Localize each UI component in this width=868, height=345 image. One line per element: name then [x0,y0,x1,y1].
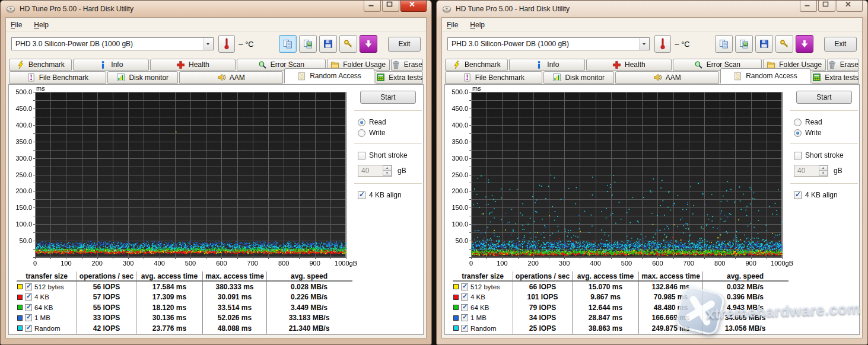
avg-access-cell: 12.644 ms [573,302,639,313]
spin-down-icon[interactable]: ▼ [383,171,392,176]
extra-tests-icon [812,73,821,82]
keys-button[interactable] [775,35,793,53]
ops-cell: 57 IOPS [77,292,136,303]
max-access-cell: 249.875 ms [639,323,703,334]
exit-button[interactable]: Exit [824,37,857,52]
series-checkbox[interactable] [461,325,468,332]
tab-aam[interactable]: AAM [179,71,283,84]
drive-select[interactable]: PHD 3.0 Silicon-Power DB (1000 gB) [11,37,214,50]
series-checkbox[interactable] [25,283,32,290]
temperature-button[interactable] [654,35,672,53]
transfer-size-label: 512 bytes [34,283,64,290]
maximize-button[interactable] [818,1,835,12]
separator [354,143,422,145]
tab-random-access[interactable]: Random Access [720,68,811,84]
temperature-button[interactable] [218,35,236,53]
menu-item-help[interactable]: Help [470,21,485,29]
save-button[interactable] [755,35,773,53]
start-button[interactable]: Start [796,91,852,104]
avg-speed-cell: 21.340 MB/s [267,323,351,334]
minimize-button[interactable] [364,1,381,12]
copy-button[interactable] [715,35,733,53]
tab-file-benchmark[interactable]: File Benchmark [9,71,106,84]
close-button[interactable] [837,1,863,12]
titlebar[interactable]: HD Tune Pro 5.00 - Hard Disk Utility [1,1,431,17]
spin-down-icon[interactable]: ▼ [819,171,828,176]
spin-up-icon[interactable]: ▲ [383,165,392,171]
tab-random-access[interactable]: Random Access [284,68,375,84]
minimize-button[interactable] [800,1,817,12]
tab-disk-monitor[interactable]: Disk monitor [543,71,614,84]
save-button[interactable] [319,35,337,53]
transfer-size-label: Random [470,325,496,332]
spin-up-icon[interactable]: ▲ [819,165,828,171]
maximize-button[interactable] [382,1,399,12]
tab-extra-tests[interactable]: Extra tests [812,71,859,84]
exit-button[interactable]: Exit [388,37,421,52]
short-stroke-size-input[interactable]: 40 ▲▼ [358,165,392,177]
read-radio[interactable] [794,119,802,126]
start-button[interactable]: Start [360,91,416,104]
spinner-buttons[interactable]: ▲▼ [819,165,828,176]
series-checkbox[interactable] [461,283,468,290]
toolbar: PHD 3.0 Silicon-Power DB (1000 gB) – °C … [442,32,862,56]
kb-align-checkbox[interactable] [358,191,365,199]
max-access-cell: 30.091 ms [203,292,267,303]
image-button[interactable] [735,35,753,53]
kb-align-label: 4 KB align [805,191,838,199]
chevron-down-icon[interactable] [203,38,213,50]
kb-align-checkbox[interactable] [794,191,802,199]
transfer-size-label: 512 bytes [470,283,500,290]
series-checkbox[interactable] [25,304,32,311]
tab-info[interactable]: Info [73,59,149,71]
tab-extra-tests[interactable]: Extra tests [376,71,423,84]
drive-select[interactable]: PHD 3.0 Silicon-Power DB (1000 gB) [447,37,650,50]
short-stroke-checkbox[interactable] [794,152,802,159]
short-stroke-size-input[interactable]: 40 ▲▼ [794,165,828,177]
chevron-down-icon[interactable] [639,38,649,50]
download-button[interactable] [796,35,813,53]
ops-cell: 56 IOPS [77,282,136,292]
tab-health[interactable]: Health [150,59,236,71]
write-radio[interactable] [358,129,365,137]
save-icon [323,39,333,49]
tab-benchmark[interactable]: Benchmark [9,59,72,71]
keys-button[interactable] [339,35,357,53]
test-controls: Start Read Write Short stroke 40 ▲▼ gB [790,91,858,202]
series-checkbox[interactable] [461,293,468,301]
avg-access-cell: 17.584 ms [136,282,203,292]
short-stroke-checkbox[interactable] [358,152,365,159]
tab-benchmark[interactable]: Benchmark [445,59,508,71]
series-checkbox[interactable] [461,304,468,311]
table-row: 64 KB 79 IOPS 12.644 ms 48.480 ms 4.943 … [453,302,788,313]
ops-cell: 34 IOPS [513,313,573,324]
avg-access-cell: 23.776 ms [136,323,203,334]
close-button[interactable] [400,1,427,12]
tab-erase[interactable]: Erase [827,59,859,71]
info-icon [98,60,107,69]
menu-item-help[interactable]: Help [34,21,49,29]
series-checkbox[interactable] [461,314,468,321]
tab-health[interactable]: Health [586,59,672,71]
tab-file-benchmark[interactable]: File Benchmark [445,71,542,84]
titlebar[interactable]: HD Tune Pro 5.00 - Hard Disk Utility [437,1,867,17]
download-button[interactable] [360,35,377,53]
series-checkbox[interactable] [25,325,32,332]
menu-item-file[interactable]: File [447,21,458,29]
transfer-size-label: Random [34,325,60,332]
tab-aam[interactable]: AAM [615,71,719,84]
tab-info[interactable]: Info [509,59,585,71]
spinner-buttons[interactable]: ▲▼ [383,165,392,176]
tab-erase[interactable]: Erase [391,59,423,71]
tab-disk-monitor[interactable]: Disk monitor [107,71,178,84]
image-button[interactable] [299,35,317,53]
separator [354,183,422,184]
random-access-icon [297,72,306,81]
read-radio[interactable] [358,119,365,126]
write-radio[interactable] [794,129,802,137]
series-checkbox[interactable] [25,314,32,321]
copy-button[interactable] [279,35,297,53]
series-checkbox[interactable] [25,293,32,301]
menu-item-file[interactable]: File [11,21,22,29]
save-icon [759,39,769,49]
